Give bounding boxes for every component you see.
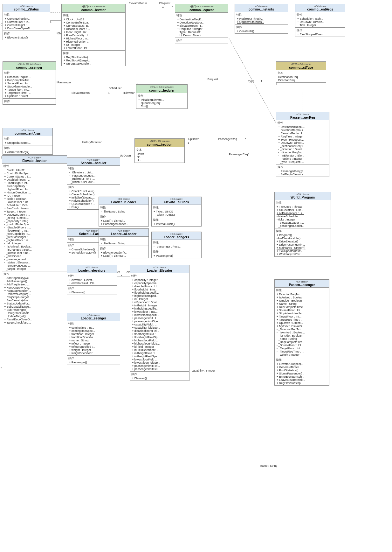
section-ops-loaderroloader2: 操作 + ElevatorLoader(x... + Load() : List… (99, 246, 148, 258)
box-loaderrloader: «C# class» Loader...rLoader 特性 - _fileNa… (99, 197, 149, 227)
svg-text:Type: Type (248, 80, 254, 83)
header-ischeduler: «接口» C# interface» commo...heduler (136, 85, 187, 93)
header-constants: «C# class» commo...nstants (235, 4, 288, 12)
section-props-passengerreq: 特性 + DestinationReqD... + DirectionReqSo… (276, 120, 329, 164)
header-loadermessenger: «C# class» Loader...ssenger (67, 313, 120, 321)
section-ops-loadersengers: 操作 + Passengers() (152, 249, 201, 258)
stereotype-commoorstatus: «C# struct» (4, 5, 49, 8)
svg-text:PassengerReq: PassengerReq (218, 137, 237, 141)
svg-text:PassengerReq: PassengerReq (229, 153, 248, 156)
box-constants: «C# class» commo...nstants 特性 + RushHour… (235, 4, 288, 34)
header-commonsttype: «枚举» C# enum» commo...stType (276, 62, 326, 70)
box-ielevatorcinterface: «接口» C# interface» commo...levator 特性 + … (61, 4, 126, 66)
section-text-commonsttype: 文本 DestinationReq DirectionReq (276, 70, 326, 82)
section-props-loadersengers: 特性 - _passenger : Pass... (152, 240, 201, 249)
svg-text:IElevator: IElevator (123, 91, 135, 94)
section-props-worldprogram: 特性 + TickGoes : Thread + allElevators : … (275, 200, 331, 228)
section-props-commonentargs2: 特性 + StoppedElevator... (3, 136, 52, 145)
svg-text:ElevatorReqIn: ElevatorReqIn (129, 2, 147, 5)
svg-text:UpDown: UpDown (120, 154, 131, 157)
section-props-loaderroloader2: 特性 - _fileName : String (99, 237, 148, 246)
box-loadermessenger: «C# class» Loader...ssenger 特性 + comingt… (67, 313, 120, 365)
classname-commoorstatus: commo...rStatus (4, 8, 49, 11)
header-commondirection: «枚举» C# enum» commo...irection (135, 139, 184, 147)
section-ops-ischeduler: 操作 + Initialize(Elevato... + QueueReq(re… (136, 93, 187, 108)
section-props-commoorstatus: 特性 + CurrentDirection... + CurrentFloor … (3, 12, 50, 31)
section-props-elevatorlevator: 特性 + Clock : UInt32 + ControlBufferSpa..… (2, 164, 67, 271)
svg-text:1: 1 (261, 80, 262, 83)
uml-diagram: CurrentStatus 1 IElevator ElevatorReqIn … (0, 0, 392, 552)
section-props-loaderrloader: 特性 - _fileName : String (99, 205, 148, 214)
section-ops-commonentargs2: 操作 + AlarmEventArgs(... (3, 145, 52, 154)
header-ielevatorcinterface: «接口» C# interface» commo...levator (62, 4, 125, 13)
header-eventargs: «C# class» commo...entArgs (295, 4, 345, 12)
section-ops-commoorstatus: 操作 + ElevatorStatus() (3, 31, 50, 40)
section-props-schedheduler: 特性 - _Elevators : List... - _PassengerQu… (67, 166, 120, 185)
box-elevatoralclock: «C# class» Elevato...alClock 特性 + Ticks … (151, 197, 202, 227)
header-elevatorlevator: «C# class» Elevato...levator (2, 156, 67, 164)
section-ops-loaderelevator: 操作 + Elevator() (130, 372, 189, 381)
header-loaderroloader2: «C# class» Loader...oLoader (99, 229, 148, 237)
svg-text:*: * (1, 367, 2, 370)
svg-text:capability : Integer: capability : Integer (192, 369, 215, 372)
section-ops-imessenger: 操作 (3, 99, 56, 104)
box-worldprogram: «C# class» World::Program 特性 + TickGoes … (274, 192, 331, 257)
header-commonentargs2: «C# class» commo...entArgs (3, 128, 52, 136)
svg-text:HistoryDirection: HistoryDirection (82, 141, 102, 144)
svg-text:ElevatorReqIn: ElevatorReqIn (72, 91, 90, 94)
svg-line-39 (229, 38, 277, 124)
svg-text:IRequest: IRequest (207, 78, 218, 81)
box-loaderelevator: «C# class» Loader::Elevator 特性 + capabil… (130, 265, 189, 381)
header-passengerssenger: «C# class» Passen...ssenger (275, 280, 329, 288)
section-ops-loadermessenger: 操作 + Passenger() (67, 356, 120, 365)
svg-text:name : String: name : String (260, 464, 278, 467)
section-props-elevatoralclock: 特性 + Ticks : UInt32 - _Clock : UInt32 (152, 205, 201, 217)
section-props-loadermessenger: 特性 + comingtime : Int... + comingtimeSpe… (67, 321, 120, 356)
header-loaderelevator: «C# class» Loader::Elevator (130, 265, 189, 273)
section-props-eventargs: 特性 + Scheduler : ISch... + UpDown : Dire… (295, 12, 345, 28)
svg-text:IRequest: IRequest (159, 2, 171, 5)
svg-text:Scheduler: Scheduler (109, 87, 122, 90)
box-passengerreq: «C# class» Passen...gerReq 特性 + Destinat… (276, 112, 329, 177)
section-ops-constants: 操作 + Constants() (235, 24, 288, 33)
box-commoorstatus: «C# struct» commo...rStatus 特性 + Current… (3, 4, 50, 40)
header-worldprogram: «C# class» World::Program (275, 192, 331, 200)
section-ops-elevatoralclock: 操作 + InternalClock() (152, 217, 201, 226)
box-elevatorlevator: «C# class» Elevato...levator 特性 + Clock … (2, 155, 67, 325)
header-loaderrloader: «C# class» Loader...rLoader (99, 197, 148, 205)
box-loadersengers: «C# class» Loader...sengers 特性 - _passen… (151, 232, 202, 258)
box-imessenger: «接口» C# interface» commo...ssenger 特性 + … (3, 61, 56, 105)
header-irequest: «接口» C# interface» commo...equest (175, 4, 228, 13)
svg-text:1: 1 (108, 91, 110, 94)
header-loadersengers: «C# class» Loader...sengers (152, 232, 201, 240)
header-imessenger: «接口» C# interface» commo...ssenger (3, 62, 56, 70)
box-irequest: «接口» C# interface» commo...equest 特性 + D… (175, 4, 228, 44)
box-passengerssenger: «C# class» Passen...ssenger 特性 + Directi… (274, 279, 329, 386)
section-ops-worldprogram: 操作 + Program() -AreElevatorsIdle()... + … (275, 228, 331, 256)
box-ischeduler: «接口» C# interface» commo...heduler 操作 + … (136, 84, 188, 109)
section-props-constants: 特性 + RushHourThresh... + UpDownStatistic… (235, 12, 288, 24)
box-loaderroloader2: «C# class» Loader...oLoader 特性 - _fileNa… (99, 228, 149, 258)
section-props-loaderelevator: 特性 + capability : Integer + capabilitySp… (130, 273, 189, 372)
section-props-irequest: 特性 + DestinationReqD... + DirectionReqSo… (175, 13, 228, 38)
svg-text:*: * (121, 274, 122, 277)
header-elevatoralclock: «C# class» Elevato...alClock (152, 197, 201, 205)
svg-text:*: * (245, 137, 246, 141)
box-commonsttype: «枚举» C# enum» commo...stType 文本 Destinat… (276, 61, 326, 83)
section-ops-elevatorlevator: 操作 + AddCapability(we... + AddPassenger(… (2, 271, 67, 325)
svg-text:1: 1 (188, 141, 189, 144)
svg-text:*: * (248, 153, 249, 156)
box-commondirection: «枚举» C# enum» commo...irection 文本 Down N… (134, 138, 185, 163)
section-ops-eventargs: 操作 + ElevStoppedEven... (295, 28, 345, 37)
svg-text:UpDown: UpDown (188, 137, 199, 141)
section-ops-loaderrloader: 操作 + Load() : List<Si... + PassengerLoad… (99, 214, 148, 226)
section-ops-loaderelevators: 操作 + Elevators() (67, 286, 117, 295)
section-props-loaderelevators: 特性 + elevator : Elevat... + elevatorFiel… (67, 273, 117, 286)
section-ops-irequest: 操作 (175, 38, 228, 44)
section-props-imessenger: 特性 + DirectionReqTim... + ReqCompleteTim… (3, 70, 56, 99)
header-commoorstatus: «C# struct» commo...rStatus (3, 4, 50, 12)
svg-text:IPassenger: IPassenger (57, 81, 71, 84)
box-loaderelevators: «C# class» Loader...elevators 特性 + eleva… (67, 265, 117, 295)
header-passengerreq: «C# class» Passen...gerReq (276, 112, 329, 120)
svg-text:*: * (172, 5, 173, 8)
